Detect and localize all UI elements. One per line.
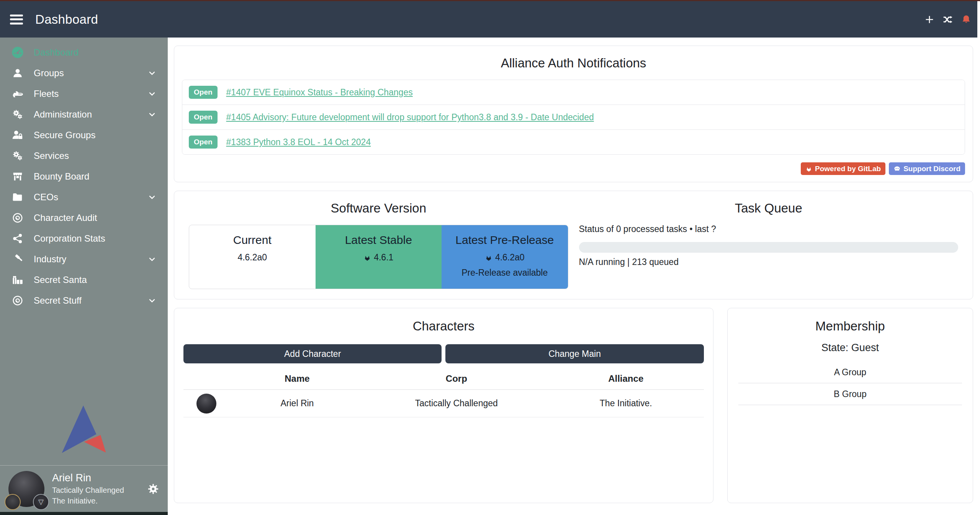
user-icon <box>11 67 25 79</box>
sidebar-item-label: Dashboard <box>34 47 79 58</box>
change-main-button[interactable]: Change Main <box>445 344 704 363</box>
hammer-icon <box>11 253 25 265</box>
sidebar-item-fleets[interactable]: Fleets <box>0 83 168 104</box>
user-avatar: ▽ <box>8 471 44 507</box>
version-box: Current 4.6.2a0 Latest Stable 4.6.1 Late… <box>189 225 568 289</box>
status-badge: Open <box>189 86 218 99</box>
notifications-panel: Alliance Auth Notifications Open #1407 E… <box>174 46 973 182</box>
notification-item: Open #1407 EVE Equinox Status - Breaking… <box>182 80 965 105</box>
sidebar-item-label: Secret Stuff <box>34 295 82 306</box>
notification-link[interactable]: #1405 Advisory: Future development will … <box>226 112 594 123</box>
gitlab-icon <box>805 165 812 172</box>
user-corp: Tactically Challenged <box>52 486 124 495</box>
main-content: Alliance Auth Notifications Open #1407 E… <box>168 38 980 515</box>
gitlab-tanuki-icon <box>485 254 492 262</box>
chevron-down-icon <box>147 296 157 306</box>
sidebar-item-groups[interactable]: Groups <box>0 63 168 83</box>
character-portrait <box>196 394 216 414</box>
notification-item: Open #1383 Python 3.8 EOL - 14 Oct 2024 <box>182 129 965 154</box>
scrollbar-track[interactable] <box>977 1 980 515</box>
gears-icon <box>11 150 25 162</box>
task-queue-counts: N/A running | 213 queued <box>579 257 959 267</box>
task-queue-status: Status of 0 processed tasks • last ? <box>579 224 959 234</box>
gitlab-badge[interactable]: Powered by GitLab <box>801 162 885 175</box>
characters-table: Name Corp Alliance Ariel Rin Tactically … <box>183 373 704 417</box>
user-alliance: The Initiative. <box>52 496 124 506</box>
character-alliance: The Initiative. <box>548 398 704 409</box>
sidebar-item-bounty-board[interactable]: Bounty Board <box>0 166 168 187</box>
gitlab-tanuki-icon <box>363 254 371 262</box>
version-prerelease: Latest Pre-Release 4.6.2a0 Pre-Release a… <box>442 225 568 289</box>
chevron-down-icon <box>147 110 157 119</box>
version-stable: Latest Stable 4.6.1 <box>316 225 442 289</box>
sidebar-item-services[interactable]: Services <box>0 146 168 166</box>
col-alliance: Alliance <box>548 373 704 384</box>
store-icon <box>11 170 25 183</box>
notification-link[interactable]: #1383 Python 3.8 EOL - 14 Oct 2024 <box>226 137 371 147</box>
task-queue-section: Task Queue Status of 0 processed tasks •… <box>574 199 964 289</box>
notification-bell-icon[interactable] <box>960 14 972 25</box>
col-corp: Corp <box>365 373 548 384</box>
gauge-icon <box>11 46 25 59</box>
sidebar-item-label: Services <box>34 150 69 161</box>
characters-panel: Characters Add Character Change Main Nam… <box>174 308 713 503</box>
gears-icon <box>11 108 25 121</box>
membership-state: State: Guest <box>736 342 964 354</box>
membership-title: Membership <box>736 319 964 334</box>
sidebar-item-ceos[interactable]: CEOs <box>0 187 168 208</box>
software-taskqueue-panel: Software Version Current 4.6.2a0 Latest … <box>174 191 973 299</box>
user-name: Ariel Rin <box>52 472 124 485</box>
sidebar-item-secret-stuff[interactable]: Secret Stuff <box>0 290 168 311</box>
sidebar-item-label: Fleets <box>34 88 59 99</box>
membership-group: A Group <box>738 361 962 383</box>
character-name: Ariel Rin <box>229 398 365 409</box>
share-icon <box>11 232 25 245</box>
sidebar-item-administration[interactable]: Administration <box>0 104 168 125</box>
eye-icon <box>11 294 25 307</box>
task-queue-progress-bar <box>579 242 959 253</box>
discord-icon <box>893 165 901 172</box>
corp-logo-badge <box>5 494 21 510</box>
eye-icon <box>11 212 25 224</box>
user-panel: ▽ Ariel Rin Tactically Challenged The In… <box>0 465 168 512</box>
notifications-list: Open #1407 EVE Equinox Status - Breaking… <box>182 80 965 155</box>
notifications-title: Alliance Auth Notifications <box>182 56 965 70</box>
sidebar-item-industry[interactable]: Industry <box>0 249 168 270</box>
status-badge: Open <box>189 136 218 149</box>
shuffle-icon[interactable] <box>942 14 954 25</box>
settings-gear-icon[interactable] <box>147 483 159 495</box>
alliance-logo-badge: ▽ <box>33 494 49 510</box>
sidebar-bottom-strip <box>0 512 168 515</box>
topbar: Dashboard <box>0 1 980 38</box>
sidebar-item-character-audit[interactable]: Character Audit <box>0 208 168 228</box>
gifts-icon <box>11 274 25 286</box>
notification-item: Open #1405 Advisory: Future development … <box>182 105 965 129</box>
table-row: Ariel Rin Tactically Challenged The Init… <box>183 390 704 417</box>
characters-title: Characters <box>183 319 704 334</box>
add-character-button[interactable]: Add Character <box>183 344 442 363</box>
add-icon[interactable] <box>924 14 935 25</box>
membership-group: B Group <box>738 383 962 405</box>
chevron-down-icon <box>147 89 157 99</box>
notification-link[interactable]: #1407 EVE Equinox Status - Breaking Chan… <box>226 87 413 98</box>
chevron-down-icon <box>147 254 157 264</box>
chevron-down-icon <box>147 192 157 202</box>
character-corp: Tactically Challenged <box>365 398 548 409</box>
sidebar-item-corporation-stats[interactable]: Corporation Stats <box>0 228 168 249</box>
sidebar-item-label: Secure Groups <box>34 130 95 141</box>
software-version-title: Software Version <box>189 201 568 216</box>
sidebar-item-secret-santa[interactable]: Secret Santa <box>0 270 168 290</box>
sidebar: Dashboard Groups Fleets Admin <box>0 38 168 515</box>
sidebar-item-dashboard[interactable]: Dashboard <box>0 42 168 63</box>
sidebar-item-label: Groups <box>34 68 64 78</box>
software-version-section: Software Version Current 4.6.2a0 Latest … <box>183 199 574 289</box>
sidebar-item-label: Corporation Stats <box>34 233 105 244</box>
folder-icon <box>11 191 25 203</box>
menu-toggle-icon[interactable] <box>10 15 23 25</box>
membership-panel: Membership State: Guest A Group B Group <box>727 308 973 503</box>
alliance-auth-logo <box>62 405 106 453</box>
sidebar-item-label: Industry <box>34 254 66 265</box>
sidebar-item-label: Character Audit <box>34 213 97 223</box>
discord-badge[interactable]: Support Discord <box>889 162 965 175</box>
sidebar-item-secure-groups[interactable]: Secure Groups <box>0 125 168 146</box>
